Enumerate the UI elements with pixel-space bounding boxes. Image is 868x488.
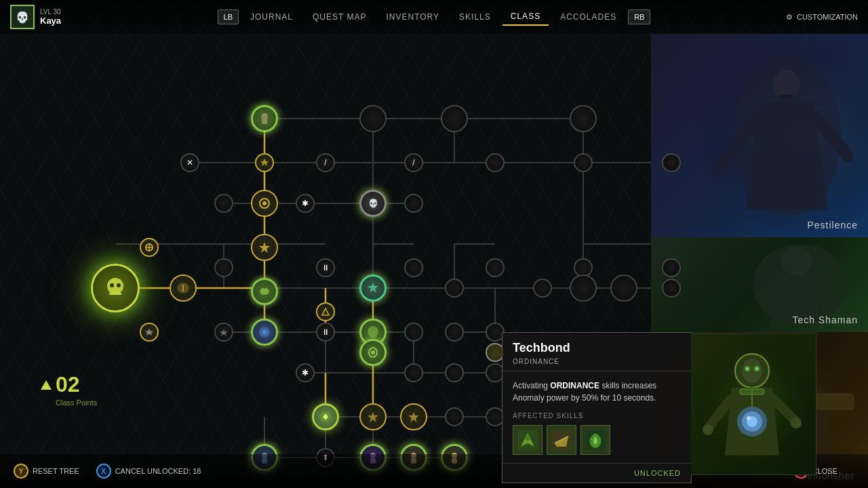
node-r5-main[interactable] (170, 274, 197, 302)
node-r6-4[interactable] (316, 302, 335, 321)
node-r8-3[interactable] (400, 403, 427, 430)
node-r7-3[interactable] (404, 363, 423, 382)
class-points-display: 02 Class Points (41, 372, 97, 407)
svg-point-111 (107, 278, 123, 294)
affected-skills-label: AFFECTED SKILLS (513, 412, 681, 420)
node-r4-6[interactable] (486, 258, 505, 277)
node-r4-8[interactable] (662, 258, 681, 277)
node-r6-2[interactable] (251, 319, 278, 346)
node-r4-1[interactable] (214, 258, 233, 277)
svg-point-150 (755, 367, 758, 370)
svg-point-149 (746, 367, 749, 370)
nav-item-accolades[interactable]: ACCOLADES (552, 9, 625, 25)
reset-button[interactable]: Y RESET TREE (14, 464, 79, 479)
portrait-pestilence-label: Pestilence (807, 220, 858, 230)
tooltip-character-image (691, 333, 816, 475)
node-r5-0[interactable] (140, 323, 159, 342)
tooltip-desc-keyword: ORDINANCE (550, 381, 599, 390)
node-r3-3[interactable]: 💀 (359, 190, 387, 217)
portrait-pestilence: Pestilence (651, 34, 868, 237)
svg-rect-4 (780, 95, 793, 99)
node-r7-2[interactable] (359, 339, 387, 366)
node-r2-4[interactable] (486, 153, 505, 172)
node-r3-2[interactable]: ✱ (296, 194, 315, 213)
tooltip-body: Activating ORDINANCE skills increases An… (502, 371, 691, 463)
node-r1-4[interactable] (570, 105, 597, 132)
svg-marker-127 (322, 308, 329, 315)
svg-point-159 (791, 418, 802, 428)
node-r8-1[interactable] (312, 403, 339, 430)
node-r4-4[interactable]: ⏸ (316, 258, 335, 277)
node-r5-5[interactable] (610, 274, 637, 302)
nav-item-skills[interactable]: SKILLS (451, 9, 499, 25)
node-r1-2[interactable] (359, 105, 387, 132)
affected-skill-3[interactable] (580, 425, 610, 455)
node-r8-2[interactable] (359, 403, 387, 430)
customization-icon: ⚙ (786, 13, 793, 22)
lb-button[interactable]: LB (218, 9, 239, 24)
cancel-button[interactable]: X CANCEL UNLOCKED: 18 (96, 464, 201, 479)
reset-key: Y (14, 464, 28, 479)
node-r6-7[interactable] (445, 323, 464, 342)
node-r2-5[interactable] (574, 153, 593, 172)
node-r5-3[interactable] (533, 279, 552, 298)
node-r1-3[interactable] (441, 105, 468, 132)
main-class-node[interactable] (91, 264, 140, 312)
node-r2-6[interactable] (662, 153, 681, 172)
points-number: 02 (56, 372, 80, 397)
svg-point-117 (261, 113, 268, 120)
affected-skill-1[interactable] (513, 425, 542, 455)
node-r3-4[interactable] (404, 194, 423, 213)
nav-item-inventory[interactable]: INVENTORY (378, 9, 448, 25)
node-r2-3[interactable]: / (404, 153, 423, 172)
top-navigation: 💀 LVL 30 Kaya LB JOURNAL QUEST MAP INVEN… (0, 0, 868, 34)
node-r3-1[interactable] (251, 190, 278, 217)
cancel-label: CANCEL UNLOCKED: 18 (115, 467, 201, 475)
nav-item-journal[interactable]: JOURNAL (242, 9, 301, 25)
node-r4-5[interactable] (404, 258, 423, 277)
portrait-techshaman: Tech Shaman (651, 237, 868, 332)
node-r3-0[interactable] (214, 194, 233, 213)
node-r7-1[interactable]: ✱ (296, 363, 315, 382)
node-r5-1[interactable] (359, 274, 387, 302)
node-r2-1[interactable] (255, 153, 274, 172)
svg-point-113 (117, 283, 121, 287)
player-icon: 💀 (10, 5, 35, 29)
node-r2-2[interactable]: / (316, 153, 335, 172)
node-r5-6[interactable] (662, 279, 681, 298)
skill-tree-area: Pestilence Tech Shaman (0, 34, 868, 454)
nav-menu: LB JOURNAL QUEST MAP INVENTORY SKILLS CL… (218, 8, 651, 26)
node-r4-3[interactable] (251, 278, 278, 305)
skill-tooltip: Techbond ORDINANCE Activating ORDINANCE … (502, 332, 692, 483)
node-r6-1[interactable] (214, 323, 233, 342)
points-triangle-icon (41, 380, 52, 390)
tooltip-title: Techbond (513, 341, 681, 355)
portrait-techshaman-label: Tech Shaman (792, 314, 858, 325)
nav-item-questmap[interactable]: QUEST MAP (304, 9, 374, 25)
tooltip-type: ORDINANCE (513, 358, 681, 365)
svg-rect-118 (262, 119, 267, 124)
node-r6-3[interactable]: ⏸ (316, 323, 335, 342)
node-r1-1[interactable] (251, 105, 278, 132)
svg-point-130 (323, 415, 328, 419)
node-r4-0[interactable] (140, 238, 159, 257)
svg-point-9 (782, 246, 812, 276)
nav-item-class[interactable]: CLASS (502, 8, 549, 26)
node-r2-0[interactable]: ✕ (180, 153, 199, 172)
node-r5-2[interactable] (445, 279, 464, 298)
rb-button[interactable]: RB (628, 9, 650, 24)
svg-rect-116 (109, 293, 121, 295)
cancel-key: X (96, 464, 111, 479)
customization-button[interactable]: ⚙ CUSTOMIZATION (786, 13, 858, 22)
node-r5-4[interactable] (570, 274, 597, 302)
player-info: 💀 LVL 30 Kaya (10, 5, 61, 29)
points-label: Class Points (56, 399, 97, 407)
svg-point-120 (262, 201, 267, 205)
affected-skill-2[interactable] (547, 425, 576, 455)
svg-point-126 (262, 330, 267, 334)
node-r6-6[interactable] (404, 323, 423, 342)
node-r7-4[interactable] (445, 363, 464, 382)
node-r8-4[interactable] (445, 407, 464, 426)
customization-label: CUSTOMIZATION (797, 13, 858, 21)
node-r4-2[interactable] (251, 234, 278, 261)
